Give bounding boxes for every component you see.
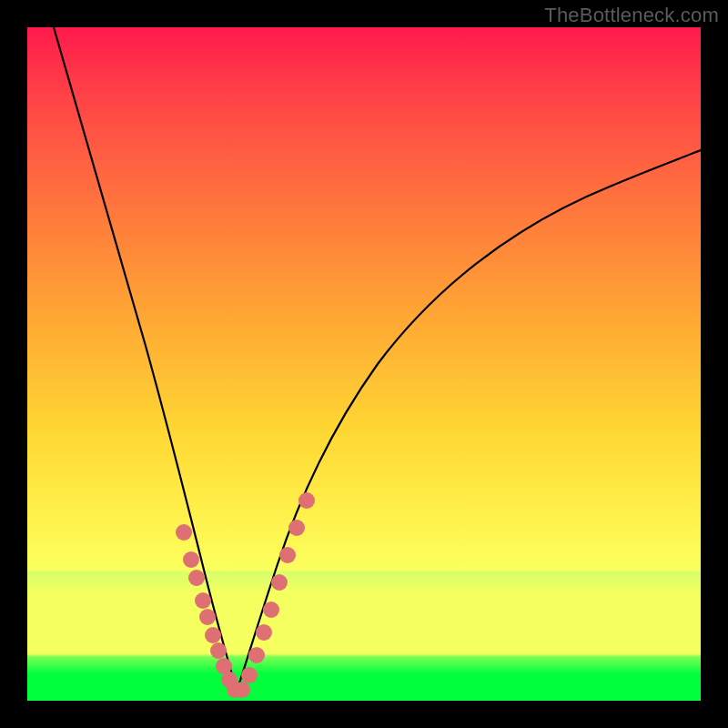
data-point-dot bbox=[288, 520, 305, 536]
curve-left-branch bbox=[54, 27, 237, 692]
data-point-dot bbox=[188, 570, 205, 586]
curve-right-branch bbox=[237, 150, 701, 692]
data-point-dot bbox=[271, 574, 288, 591]
data-point-dot bbox=[279, 547, 296, 563]
data-point-dot bbox=[241, 667, 258, 683]
bottleneck-curve bbox=[27, 27, 701, 701]
data-point-dot bbox=[176, 524, 192, 541]
data-point-dot bbox=[248, 647, 265, 663]
data-point-dot bbox=[199, 609, 216, 625]
data-point-dot bbox=[298, 492, 315, 509]
watermark-text: TheBottleneck.com bbox=[544, 4, 719, 27]
data-point-dot bbox=[234, 682, 250, 698]
data-point-dot bbox=[205, 627, 221, 643]
data-point-dot bbox=[210, 642, 227, 659]
data-point-dot bbox=[195, 592, 211, 609]
chart-plot-area bbox=[27, 27, 701, 701]
data-point-dot bbox=[256, 624, 272, 641]
curve-paths bbox=[54, 27, 701, 692]
data-point-dot bbox=[263, 602, 279, 618]
data-point-dot bbox=[183, 551, 199, 568]
